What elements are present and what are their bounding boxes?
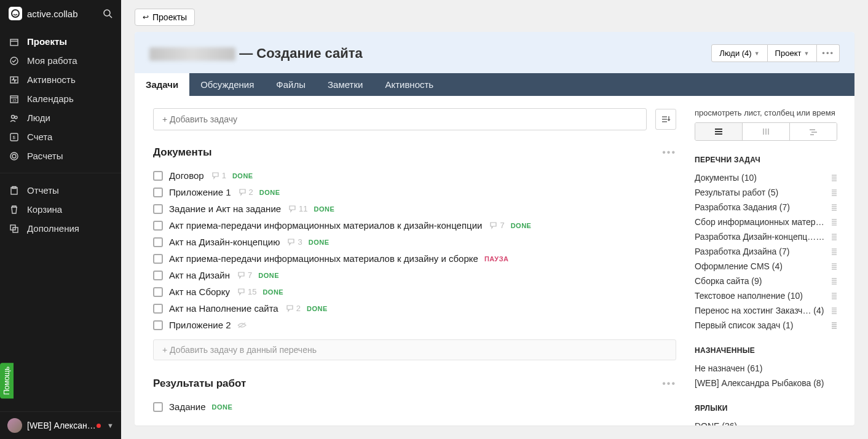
side-list-item[interactable]: Оформление CMS (4) — [695, 259, 837, 274]
comment-icon — [211, 172, 219, 180]
sidebar-item-clipboard[interactable]: Отчеты — [0, 181, 121, 200]
search-icon[interactable] — [103, 9, 112, 18]
drag-handle-icon[interactable] — [831, 292, 837, 299]
task-checkbox[interactable] — [153, 204, 163, 214]
tab-0[interactable]: Задачи — [135, 73, 189, 96]
comment-count: 7 — [248, 271, 252, 280]
task-title: Приложение 2 — [169, 320, 231, 330]
view-column-button[interactable] — [742, 123, 789, 140]
task-row[interactable]: Приложение 2 — [153, 317, 676, 333]
task-checkbox[interactable] — [153, 304, 163, 314]
side-list-item[interactable]: Документы (10) — [695, 170, 837, 185]
task-checkbox[interactable] — [153, 254, 163, 264]
sidebar-item-dollar[interactable]: $Счета — [0, 127, 121, 146]
task-row[interactable]: Акт на Дизайн-концепцию3DONE — [153, 234, 676, 250]
tasks-column: Документы••• Договор1DONE Приложение 12D… — [135, 96, 695, 425]
sidebar-item-trash[interactable]: Корзина — [0, 200, 121, 219]
sidebar-item-pulse[interactable]: Активность — [0, 70, 121, 89]
task-row[interactable]: Акт на Наполнение сайта2DONE — [153, 300, 676, 317]
status-badge: DONE — [309, 239, 329, 246]
hidden-icon — [237, 322, 247, 329]
tab-1[interactable]: Обсуждения — [189, 73, 265, 96]
svg-point-11 — [15, 116, 17, 119]
task-title: Приложение 1 — [169, 187, 231, 197]
avatar[interactable] — [7, 418, 22, 433]
side-list-item[interactable]: [WEB] Александра Рыбакова (8) — [695, 376, 837, 390]
task-row[interactable]: Акт приема-передачи информационных матер… — [153, 217, 676, 234]
task-checkbox[interactable] — [153, 171, 163, 181]
clipboard-icon — [9, 186, 20, 196]
task-checkbox[interactable] — [153, 221, 163, 231]
side-list-item[interactable]: Текстовое наполнение (10) — [695, 288, 837, 303]
comment-icon — [287, 238, 295, 246]
tab-4[interactable]: Активность — [374, 73, 444, 96]
task-row[interactable]: Акт на Сборку15DONE — [153, 283, 676, 300]
add-subtask-input[interactable]: + Добавить задачу в данный перечень — [153, 339, 676, 360]
task-row[interactable]: Договор1DONE — [153, 167, 676, 184]
list-menu[interactable]: ••• — [662, 147, 676, 158]
sidebar-item-calendar[interactable]: 15Календарь — [0, 89, 121, 108]
side-list-item[interactable]: Перенос на хостинг Заказч… (4) — [695, 303, 837, 318]
breadcrumb-back[interactable]: ↩ Проекты — [135, 9, 195, 26]
check-circle-icon — [9, 56, 20, 66]
side-list-item[interactable]: Разработка Задания (7) — [695, 200, 837, 215]
drag-handle-icon[interactable] — [831, 263, 837, 270]
list-menu[interactable]: ••• — [662, 378, 676, 389]
sidebar-item-check-circle[interactable]: Моя работа — [0, 51, 121, 70]
task-checkbox[interactable] — [153, 188, 163, 197]
drag-handle-icon[interactable] — [831, 233, 837, 240]
task-row[interactable]: Акт на Дизайн7DONE — [153, 267, 676, 283]
help-tab[interactable]: Помощь — [0, 363, 14, 398]
sort-button[interactable] — [655, 109, 676, 130]
tab-2[interactable]: Файлы — [265, 73, 317, 96]
tab-3[interactable]: Заметки — [317, 73, 374, 96]
sidebar-item-copy[interactable]: Дополнения — [0, 219, 121, 238]
task-checkbox[interactable] — [153, 402, 163, 412]
drag-handle-icon[interactable] — [831, 322, 837, 329]
sidebar-item-people[interactable]: Люди — [0, 108, 121, 127]
drag-handle-icon[interactable] — [831, 204, 837, 211]
task-row[interactable]: Акт приема-передачи информационных матер… — [153, 250, 676, 267]
side-list-item[interactable]: Сборка сайта (9) — [695, 274, 837, 288]
task-checkbox[interactable] — [153, 271, 163, 280]
drag-handle-icon[interactable] — [831, 307, 837, 314]
drag-handle-icon[interactable] — [831, 189, 837, 196]
drag-handle-icon[interactable] — [831, 174, 837, 181]
sidebar-item-target[interactable]: Расчеты — [0, 146, 121, 165]
people-icon — [9, 113, 20, 123]
side-list-item[interactable]: Разработка Дизайн-концепц… (7) — [695, 229, 837, 244]
people-button[interactable]: Люди (4)▼ — [711, 44, 767, 62]
more-button[interactable]: ••• — [817, 44, 840, 62]
list-title: Результаты работ — [153, 378, 246, 390]
assigned-heading: НАЗНАЧЕННЫЕ — [695, 346, 837, 355]
project-button[interactable]: Проект▼ — [768, 44, 818, 62]
task-row[interactable]: Задание и Акт на задание11DONE — [153, 200, 676, 217]
comment-icon — [288, 205, 296, 213]
project-title: — Создание сайта — [149, 45, 363, 61]
drag-handle-icon[interactable] — [831, 218, 837, 226]
add-task-input[interactable] — [153, 108, 647, 130]
redacted-client-name — [149, 47, 235, 61]
side-list-item[interactable]: DONE (36) — [695, 419, 837, 425]
task-row[interactable]: Приложение 12DONE — [153, 184, 676, 200]
view-timeline-button[interactable] — [789, 123, 837, 140]
sidebar-item-box[interactable]: Проекты — [0, 32, 121, 51]
project-tabs: ЗадачиОбсужденияФайлыЗаметкиАктивность — [135, 73, 854, 96]
task-checkbox[interactable] — [153, 320, 163, 330]
side-list-item[interactable]: Сбор информационных матер… (5) — [695, 215, 837, 229]
task-checkbox[interactable] — [153, 237, 163, 247]
side-list-item[interactable]: Не назначен (61) — [695, 361, 837, 376]
task-checkbox[interactable] — [153, 287, 163, 297]
comment-icon — [286, 304, 294, 312]
side-list-item[interactable]: Результаты работ (5) — [695, 185, 837, 200]
drag-handle-icon[interactable] — [831, 248, 837, 255]
task-row[interactable]: ЗаданиеDONE — [153, 398, 676, 415]
side-list-item[interactable]: Разработка Дизайна (7) — [695, 244, 837, 259]
side-list-item[interactable]: Первый список задач (1) — [695, 318, 837, 333]
drag-handle-icon[interactable] — [831, 277, 837, 285]
svg-point-5 — [10, 57, 18, 65]
svg-point-15 — [12, 154, 16, 158]
chevron-down-icon[interactable]: ▼ — [107, 422, 114, 429]
comment-count: 2 — [296, 304, 301, 313]
view-list-button[interactable] — [695, 123, 742, 140]
